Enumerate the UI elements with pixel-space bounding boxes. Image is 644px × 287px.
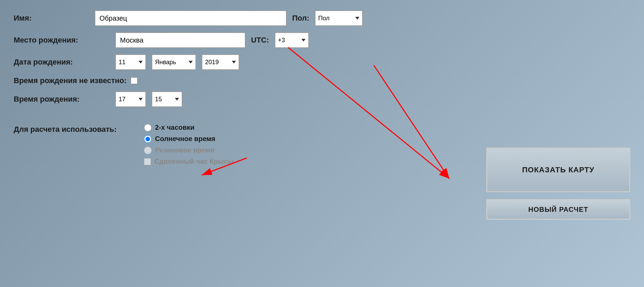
day-select[interactable]: 12345 678910 1112131415 1617181920 21222… (115, 54, 146, 70)
buttons-section: ПОКАЗАТЬ КАРТУ НОВЫЙ РАСЧЕТ (486, 148, 630, 220)
month-select[interactable]: ЯнварьФевральМарт АпрельМайИюнь ИюльАвгу… (152, 54, 196, 70)
radio-2h[interactable] (144, 124, 152, 131)
birthplace-input[interactable] (115, 32, 246, 48)
birthplace-label: Место рождения: (14, 36, 110, 45)
checkbox-item-rat: Сдвоенный час Крысы (144, 158, 234, 165)
radio-rubber-label: Резиновое время (155, 146, 214, 154)
birthdate-label: Дата рождения: (14, 58, 110, 67)
page-wrapper: Имя: Пол: Пол Мужской Женский Место рожд… (14, 10, 644, 287)
pol-select[interactable]: Пол Мужской Женский (315, 10, 363, 26)
checkbox-rat (144, 158, 151, 165)
name-label: Имя: (14, 14, 89, 23)
pol-label: Пол: (292, 14, 309, 23)
form-container: Имя: Пол: Пол Мужской Женский Место рожд… (14, 10, 631, 165)
unknown-time-label: Время рождения не известно: (14, 76, 127, 85)
radio-item-2h: 2-х часовки (144, 124, 234, 131)
min-select[interactable]: 051015 20253035 40455055 (152, 91, 182, 107)
birthtime-label: Время рождения: (14, 95, 110, 104)
name-input[interactable] (95, 10, 287, 26)
checkbox-rat-label: Сдвоенный час Крысы (154, 158, 234, 165)
new-calc-button[interactable]: НОВЫЙ РАСЧЕТ (486, 199, 630, 220)
calc-label: Для расчета использовать: (14, 124, 130, 134)
radio-rubber (144, 147, 152, 154)
radio-2h-label[interactable]: 2-х часовки (155, 124, 194, 131)
name-row: Имя: Пол: Пол Мужской Женский (14, 10, 631, 26)
radio-solar-label[interactable]: Солнечное время (155, 135, 215, 143)
year-select[interactable]: 2019201820172016 2015200019901980 197019… (202, 54, 239, 70)
utc-label: UTC: (251, 36, 269, 45)
unknown-time-row: Время рождения не известно: (14, 76, 631, 85)
birthdate-row: Дата рождения: 12345 678910 1112131415 1… (14, 54, 631, 70)
hour-select[interactable]: 01234 56789 1011121314 1516171819 202122… (115, 91, 146, 107)
radio-options-group: 2-х часовки Солнечное время Резиновое вр… (144, 124, 234, 165)
radio-item-solar: Солнечное время (144, 135, 234, 143)
utc-select[interactable]: -12-11-10-9 -8-7-6-5 -4-3-2-1 0+1+2+3 +4… (275, 32, 309, 48)
show-map-button[interactable]: ПОКАЗАТЬ КАРТУ (486, 148, 630, 192)
unknown-time-checkbox[interactable] (131, 77, 138, 84)
birthplace-row: Место рождения: UTC: -12-11-10-9 -8-7-6-… (14, 32, 631, 48)
birthtime-row: Время рождения: 01234 56789 1011121314 1… (14, 91, 631, 107)
radio-solar[interactable] (144, 135, 152, 143)
radio-item-rubber: Резиновое время (144, 146, 234, 154)
